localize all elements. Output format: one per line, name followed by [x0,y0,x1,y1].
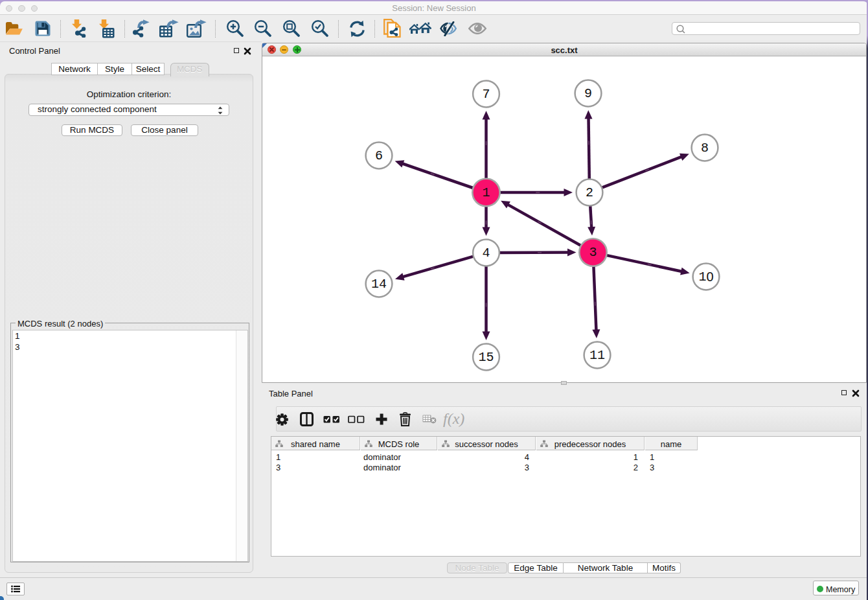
svg-text:11: 11 [589,348,605,363]
svg-text:2: 2 [586,185,593,200]
svg-text:10: 10 [698,270,713,284]
svg-text:1: 1 [482,185,490,200]
svg-text:14: 14 [371,277,387,292]
svg-text:15: 15 [478,350,494,365]
svg-text:3: 3 [589,245,597,260]
svg-text:6: 6 [375,148,383,163]
svg-text:8: 8 [701,141,709,156]
svg-text:4: 4 [482,246,490,260]
svg-text:7: 7 [482,87,490,102]
svg-text:9: 9 [584,86,592,101]
